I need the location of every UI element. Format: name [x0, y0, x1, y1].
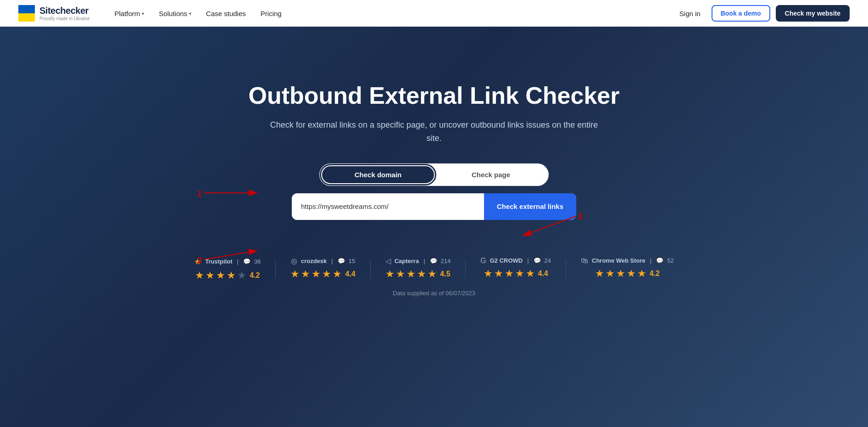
tab-check-page[interactable]: Check page: [435, 165, 547, 184]
svg-text:3: 3: [578, 212, 583, 221]
nav-solutions[interactable]: Solutions ▾: [152, 7, 198, 20]
logo-subtitle: Proudly made in Ukraine: [39, 16, 90, 21]
logo-title: Sitechecker: [39, 6, 90, 16]
hero-section: Outbound External Link Checker Check for…: [0, 27, 868, 427]
hero-subtitle: Check for external links on a specific p…: [264, 118, 604, 145]
rating-divider: [370, 260, 371, 278]
data-supplied-text: Data supplied as of 06/07/2023: [393, 290, 475, 297]
tab-selector: Check domain Check page: [319, 163, 549, 186]
url-input[interactable]: [292, 193, 484, 220]
book-demo-button[interactable]: Book a demo: [712, 5, 770, 22]
rating-divider: [566, 260, 566, 278]
check-website-button[interactable]: Check my website: [776, 5, 850, 22]
logo-icon: [18, 5, 35, 22]
rating-capterra: ◁ Capterra | 💬 214 ★ ★ ★ ★ ★ 4.5: [385, 257, 451, 280]
chevron-down-icon: ▾: [142, 11, 144, 16]
tab-check-domain[interactable]: Check domain: [321, 165, 435, 184]
svg-rect-3: [18, 13, 35, 22]
check-external-links-button[interactable]: Check external links: [484, 193, 576, 220]
svg-text:1: 1: [197, 189, 202, 198]
ratings-row: ★ Trustpilot | 💬 36 ★ ★ ★ ★ ★ 4.2 ◎ croz…: [194, 257, 673, 281]
rating-divider: [465, 260, 466, 278]
navbar: Sitechecker Proudly made in Ukraine Plat…: [0, 0, 868, 27]
nav-right: Sign in Book a demo Check my website: [674, 5, 850, 22]
logo[interactable]: Sitechecker Proudly made in Ukraine: [18, 5, 90, 22]
svg-rect-2: [18, 5, 35, 13]
nav-pricing[interactable]: Pricing: [254, 7, 288, 20]
rating-crozdesk: ◎ crozdesk | 💬 15 ★ ★ ★ ★ ★ 4.4: [290, 257, 355, 280]
url-input-row: Check external links: [292, 193, 576, 220]
nav-case-studies[interactable]: Case studies: [200, 7, 252, 20]
nav-platform[interactable]: Platform ▾: [108, 7, 151, 20]
chevron-down-icon: ▾: [189, 11, 191, 16]
rating-g2crowd: G G2 CROWD | 💬 24 ★ ★ ★ ★ ★ 4.4: [480, 257, 551, 280]
rating-chrome-web-store: 🛍 Chrome Web Store | 💬 52 ★ ★ ★ ★ ★ 4.2: [581, 257, 674, 280]
rating-trustpilot: ★ Trustpilot | 💬 36 ★ ★ ★ ★ ★ 4.2: [194, 257, 261, 281]
nav-links: Platform ▾ Solutions ▾ Case studies Pric…: [108, 7, 674, 20]
rating-divider: [275, 260, 276, 278]
hero-title: Outbound External Link Checker: [248, 82, 619, 109]
sign-in-link[interactable]: Sign in: [674, 7, 706, 20]
logo-text: Sitechecker Proudly made in Ukraine: [39, 6, 90, 21]
